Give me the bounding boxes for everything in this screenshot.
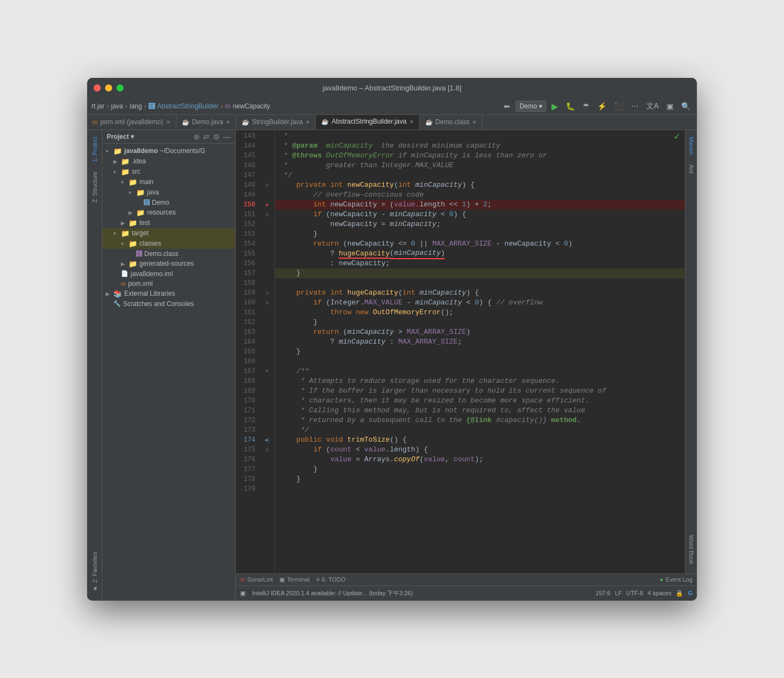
classes-icon: 📁 [128,240,137,248]
test-icon: 📁 [128,219,137,227]
encoding[interactable]: UTF-8 [626,590,643,596]
tab-close-pom[interactable]: ✕ [166,119,170,125]
code-line-170: * characters, then it may be resized to … [275,396,685,406]
tab-close-sb[interactable]: ✕ [305,119,310,125]
maximize-button[interactable] [117,84,124,91]
google-icon: G [688,590,693,596]
tab-demo-class[interactable]: ☕ Demo.class ✕ [420,115,483,130]
target-icon: 📁 [121,229,130,237]
code-line-168: * Attempts to reduce storage used for th… [275,376,685,386]
left-panel-toggles: 1: Project Z: Structure ★ 2: Favorites [87,130,102,601]
window-icon-area: ▣ [240,590,246,597]
terminal-status[interactable]: ▣ Terminal [279,576,310,583]
tabsbar: m pom.xml (java8demo) ✕ ☕ Demo.java ✕ ☕ … [87,115,697,130]
add-file-button[interactable]: ⊕ [193,132,200,141]
lock-icon: 🔒 [676,590,683,597]
project-panel-toggle[interactable]: 1: Project [89,132,100,166]
tab-stringbuilder[interactable]: ☕ StringBuilder.java ✕ [236,115,316,130]
tab-close-asb[interactable]: ✕ [409,119,414,125]
main-area: 1: Project Z: Structure ★ 2: Favorites P… [87,130,697,601]
tree-resources[interactable]: ▶ 📁 resources [102,207,235,218]
minimize-button[interactable] [105,84,112,91]
eventlog-status[interactable]: ● Event Log [660,576,693,583]
code-line-151: if (newCapacity - minCapacity < 0) { [275,210,685,219]
tree-generated[interactable]: ▶ 📁 generated-sources [102,259,235,269]
tree-java8demo[interactable]: ▾ 📁 java8demo ~/Documents/G [102,146,235,156]
breadcrumb-method[interactable]: newCapacity [232,102,270,110]
settings-button[interactable]: ⚙ [213,132,220,141]
bookmark-174[interactable]: ●| [265,437,270,443]
translate-button[interactable]: 文A [644,100,661,112]
wordbook-panel-toggle[interactable]: Word Book [687,530,696,569]
code-line-143: * [275,131,685,141]
search-button[interactable]: 🔍 [679,101,693,112]
profile-button[interactable]: ⚡ [595,101,609,112]
file-tree-header: Project ▾ ⊕ ⇄ ⚙ — [102,130,235,144]
tree-scratches[interactable]: 🔧 Scratches and Consoles [102,299,235,309]
code-content[interactable]: * * @param minCapacity the desired minim… [275,130,685,573]
fold-arrow-148[interactable]: ◇ [266,182,269,187]
indent-info[interactable]: 4 spaces [647,590,671,596]
nav-back-button[interactable]: ⬅ [501,101,512,112]
favorites-panel-toggle[interactable]: ★ 2: Favorites [89,547,100,596]
breadcrumb-class[interactable]: AbstractStringBuilder [157,102,219,110]
scratches-icon: 🔧 [113,300,121,307]
terminal-icon: ▣ [279,576,285,583]
todo-icon: ≡ [316,576,320,583]
structure-panel-toggle[interactable]: Z: Structure [89,167,100,207]
cursor-position[interactable]: 157:6 [596,590,611,596]
right-sidebar: Maven Ant Word Book [685,130,697,573]
tree-classes[interactable]: ▾ 📁 classes [102,239,235,249]
collapse-button[interactable]: — [223,132,231,141]
main-icon: 📁 [128,178,137,186]
breadcrumb: rt.jar › java › lang › 🅲 AbstractStringB… [91,102,270,110]
java-folder-icon: 📁 [136,188,145,197]
tab-abstractstringbuilder[interactable]: ☕ AbstractStringBuilder.java ✕ [316,115,419,130]
tree-src[interactable]: ▾ 📁 src [102,167,235,177]
debug-button[interactable]: 🐛 [564,101,577,112]
window-title: java8demo – AbstractStringBuilder.java [… [322,84,461,92]
stop-button[interactable]: ⬛ [612,101,626,112]
update-notice-area[interactable]: IntelliJ IDEA 2020.1.4 available: // Upd… [252,589,413,597]
tree-idea[interactable]: ▶ 📁 .idea [102,156,235,167]
tree-target[interactable]: ▾ 📁 target [102,228,235,239]
tab-demo-java[interactable]: ☕ Demo.java ✕ [176,115,236,130]
status-right: ● Event Log [660,576,693,583]
layout-button[interactable]: ▣ [664,101,676,112]
breadcrumb-rtjar[interactable]: rt.jar [91,102,105,110]
sync-button[interactable]: ⇄ [203,132,210,141]
code-line-174: public void trimToSize() { [275,435,685,445]
tree-pom[interactable]: m pom.xml [102,279,235,289]
breadcrumb-lang[interactable]: lang [130,102,142,110]
run-with-coverage-button[interactable]: ☂ [580,101,592,112]
pom-tree-icon: m [121,280,126,287]
code-line-156: : newCapacity; [275,259,685,268]
code-line-175: if (count < value.length) { [275,445,685,455]
todo-status[interactable]: ≡ 6: TODO [316,576,346,583]
run-config-selector[interactable]: Demo ▾ [516,101,546,112]
breadcrumb-java[interactable]: java [111,102,123,110]
tree-java[interactable]: ▾ 📁 java [102,187,235,198]
statusbar-tools: ⊖ SonarLint ▣ Terminal ≡ 6: TODO ● Event… [236,573,697,585]
breakpoint-150[interactable]: ● [265,201,268,207]
code-line-152: newCapacity = minCapacity; [275,219,685,229]
tree-test[interactable]: ▶ 📁 test [102,218,235,228]
close-button[interactable] [94,84,101,91]
code-line-161: throw new OutOfMemoryError(); [275,308,685,317]
line-sep[interactable]: LF [615,590,622,596]
more-button[interactable]: ⋯ [629,101,641,112]
tab-pom-xml[interactable]: m pom.xml (java8demo) ✕ [87,115,176,130]
tab-close-demo[interactable]: ✕ [226,119,230,125]
tab-close-class[interactable]: ✕ [472,119,476,125]
tree-iml[interactable]: 📄 java8demo.iml [102,269,235,279]
tree-main[interactable]: ▾ 📁 main [102,177,235,187]
maven-panel-toggle[interactable]: Maven [687,132,696,159]
tree-demo-class[interactable]: 🅲 Demo.class [102,249,235,259]
window-icon: ▣ [240,590,246,597]
code-line-162: } [275,317,685,327]
run-button[interactable]: ▶ [549,100,560,113]
ant-panel-toggle[interactable]: Ant [687,160,696,178]
sonarlint-status[interactable]: ⊖ SonarLint [240,576,273,583]
tree-demo-java[interactable]: 🅲 Demo [102,198,235,207]
tree-ext-libs[interactable]: ▶ 📚 External Libraries [102,289,235,299]
